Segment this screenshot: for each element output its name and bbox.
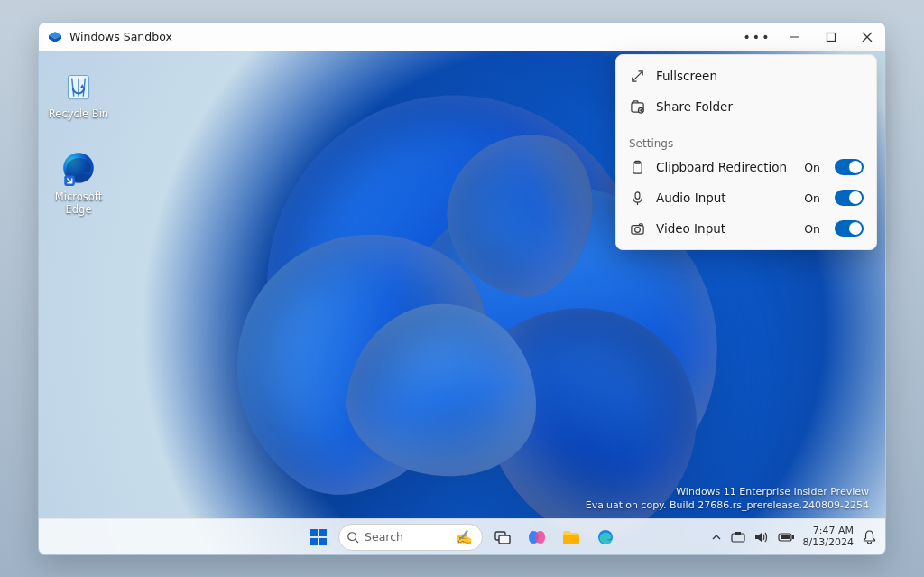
fullscreen-icon (629, 68, 645, 84)
video-toggle[interactable] (835, 220, 864, 237)
more-icon: ••• (744, 31, 772, 43)
titlebar: Windows Sandbox ••• (39, 23, 885, 51)
clipboard-redirection-row: Clipboard Redirection On (616, 152, 876, 182)
svg-rect-1 (827, 33, 836, 41)
edge-taskbar-button[interactable] (591, 523, 620, 552)
audio-label: Audio Input (656, 191, 793, 205)
tray-battery-icon[interactable] (778, 532, 794, 543)
svg-rect-28 (639, 223, 642, 225)
audio-toggle[interactable] (835, 190, 864, 206)
desktop-icon-recycle-bin[interactable]: Recycle Bin (44, 66, 113, 120)
audio-input-row: Audio Input On (616, 182, 876, 213)
svg-point-27 (634, 227, 640, 232)
svg-rect-16 (732, 534, 744, 542)
watermark: Windows 11 Enterprise Insider Preview Ev… (586, 486, 869, 513)
tray-volume-icon[interactable] (754, 531, 769, 544)
maximize-icon (826, 32, 836, 42)
tray-overflow-button[interactable] (711, 532, 722, 543)
taskbar-clock[interactable]: 7:47 AM 8/13/2024 (803, 526, 854, 548)
edge-icon (596, 528, 614, 546)
maximize-button[interactable] (813, 23, 849, 51)
video-label: Video Input (656, 221, 793, 236)
video-input-row: Video Input On (616, 213, 876, 244)
battery-icon (778, 532, 794, 543)
taskbar-search[interactable]: Search ✍️ (338, 524, 483, 551)
audio-state: On (804, 191, 820, 205)
svg-rect-20 (792, 535, 794, 539)
share-folder-label: Share Folder (656, 99, 864, 114)
minimize-icon (790, 32, 800, 42)
ethernet-icon (731, 531, 745, 544)
close-button[interactable] (849, 23, 885, 51)
tray-network-icon[interactable] (731, 531, 745, 544)
watermark-line2: Evaluation copy. Build 27686.rs_prerelea… (586, 499, 869, 513)
svg-rect-14 (499, 535, 510, 544)
svg-rect-10 (319, 538, 327, 545)
flyout-divider (624, 126, 869, 126)
windows-logo-icon (310, 528, 328, 546)
svg-rect-25 (635, 191, 640, 199)
clipboard-state: On (804, 161, 820, 174)
explorer-button[interactable] (557, 523, 586, 552)
desktop-icon-edge[interactable]: Microsoft Edge (44, 149, 113, 216)
taskbar-center: Search ✍️ (304, 523, 620, 552)
video-state: On (804, 222, 820, 236)
task-view-button[interactable] (488, 523, 517, 552)
recycle-bin-icon (60, 66, 97, 104)
svg-rect-9 (310, 538, 318, 545)
speaker-icon (754, 531, 769, 544)
task-view-icon (494, 529, 511, 545)
svg-line-12 (356, 539, 359, 543)
share-folder-item[interactable]: Share Folder (616, 91, 876, 122)
camera-icon (629, 220, 645, 237)
app-icon (48, 30, 62, 44)
svg-rect-17 (735, 532, 741, 535)
clock-time: 7:47 AM (813, 526, 854, 537)
start-button[interactable] (304, 523, 333, 552)
desktop-icon-label: Microsoft Edge (44, 191, 113, 216)
desktop-icon-label: Recycle Bin (49, 107, 108, 120)
search-icon (346, 531, 359, 544)
copilot-button[interactable] (522, 523, 551, 552)
close-icon (862, 32, 873, 42)
fullscreen-item[interactable]: Fullscreen (616, 60, 876, 91)
settings-section-label: Settings (616, 130, 876, 152)
svg-rect-8 (319, 529, 327, 536)
settings-flyout: Fullscreen Share Folder Settings Clipboa… (615, 54, 877, 250)
fullscreen-label: Fullscreen (656, 69, 864, 83)
clock-date: 8/13/2024 (803, 537, 854, 549)
copilot-icon (528, 528, 546, 546)
share-folder-icon (629, 98, 645, 115)
window-title: Windows Sandbox (69, 30, 172, 43)
edge-icon (60, 149, 97, 187)
svg-rect-19 (781, 535, 790, 539)
clipboard-toggle[interactable] (835, 159, 864, 175)
notifications-button[interactable] (863, 530, 876, 544)
search-highlight-icon: ✍️ (456, 529, 473, 545)
watermark-line1: Windows 11 Enterprise Insider Preview (586, 486, 869, 499)
search-placeholder: Search (365, 530, 403, 544)
minimize-button[interactable] (777, 23, 813, 51)
microphone-icon (629, 190, 645, 206)
system-tray: 7:47 AM 8/13/2024 (711, 526, 876, 548)
svg-point-11 (348, 532, 356, 540)
taskbar: Search ✍️ (39, 518, 885, 554)
chevron-up-icon (711, 532, 722, 543)
clipboard-label: Clipboard Redirection (656, 160, 793, 174)
bell-icon (863, 530, 876, 544)
more-button[interactable]: ••• (737, 23, 777, 51)
svg-rect-7 (310, 529, 318, 536)
folder-icon (562, 529, 580, 545)
clipboard-icon (629, 159, 645, 175)
